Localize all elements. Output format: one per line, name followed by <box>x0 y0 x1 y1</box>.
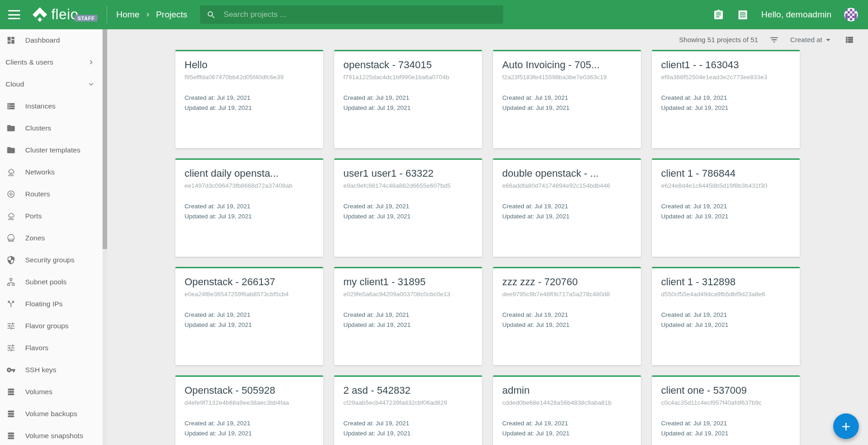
search-icon <box>206 10 216 20</box>
project-card[interactable]: 2 asd - 542832 cf29aab5ecb447239fad32cbf… <box>334 375 482 445</box>
project-updated: Updated at: Jul 19, 2021 <box>184 103 314 113</box>
split-icon <box>6 299 16 309</box>
project-card[interactable]: client daily opensta... ee1497d3c096473f… <box>175 158 323 257</box>
project-card[interactable]: Openstack - 505928 d4efe9f7132e4b68a9ee3… <box>175 375 323 445</box>
project-uuid: f2a23f5183fe415598ba3be7e0363c19 <box>502 74 632 81</box>
sidebar-item-label: Floating IPs <box>25 300 63 308</box>
sort-dropdown[interactable]: Created at <box>790 35 833 45</box>
sidebar-item-label: Volume backups <box>25 410 77 418</box>
chevron-down-icon <box>823 35 833 45</box>
search-bar <box>200 5 503 24</box>
project-title: Openstack - 266137 <box>184 276 314 288</box>
project-created: Created at: Jul 19, 2021 <box>661 310 791 320</box>
project-uuid: e624e8d4e1c64458b5d19f8b3b431f30 <box>661 182 791 189</box>
project-created: Created at: Jul 19, 2021 <box>184 93 314 103</box>
project-uuid: dee9795c9b7e48f0b717a5a278c480d8 <box>502 291 632 298</box>
project-title: openstack - 734015 <box>343 59 473 71</box>
project-card[interactable]: zzz zzz - 720760 dee9795c9b7e48f0b717a5a… <box>493 267 641 365</box>
folder-icon <box>6 146 16 155</box>
sidebar-item-routers[interactable]: Routers <box>0 183 103 205</box>
add-project-button[interactable]: + <box>833 413 859 439</box>
project-created: Created at: Jul 19, 2021 <box>502 93 632 103</box>
project-updated: Updated at: Jul 19, 2021 <box>502 320 632 330</box>
breadcrumb-home[interactable]: Home <box>116 10 140 20</box>
sidebar-item-flavors[interactable]: Flavors <box>0 337 103 359</box>
chevron-right-icon <box>144 11 152 18</box>
header-divider <box>107 6 107 23</box>
project-updated: Updated at: Jul 19, 2021 <box>343 103 473 113</box>
project-created: Created at: Jul 19, 2021 <box>184 310 314 320</box>
project-updated: Updated at: Jul 19, 2021 <box>184 212 314 222</box>
sidebar-item-security-groups[interactable]: Security groups <box>0 249 103 271</box>
project-card[interactable]: double openstack - ... e66addfa80d741748… <box>493 158 641 257</box>
sidebar-item-flavor-groups[interactable]: Flavor groups <box>0 315 103 337</box>
breadcrumb: Home Projects <box>116 10 187 20</box>
database-icon <box>6 409 16 418</box>
network-cloud-icon <box>6 212 16 221</box>
search-input[interactable] <box>222 10 497 20</box>
project-title: Openstack - 505928 <box>184 385 314 396</box>
project-updated: Updated at: Jul 19, 2021 <box>661 429 791 439</box>
project-card[interactable]: client one - 537009 c0c4ac35d11c4ecf957f… <box>652 375 800 445</box>
user-avatar[interactable] <box>844 8 858 22</box>
menu-icon[interactable] <box>8 10 20 19</box>
sidebar-item-volume-backups[interactable]: Volume backups <box>0 403 103 425</box>
sidebar-item-dashboard[interactable]: Dashboard <box>0 29 103 51</box>
project-updated: Updated at: Jul 19, 2021 <box>502 103 632 113</box>
project-created: Created at: Jul 19, 2021 <box>661 201 791 212</box>
staff-badge: STAFF <box>75 15 98 22</box>
scrollbar-thumb[interactable] <box>103 29 107 249</box>
filter-icon[interactable] <box>769 35 779 45</box>
sidebar-item-networks[interactable]: Networks <box>0 161 103 183</box>
view-list-icon[interactable] <box>844 35 854 45</box>
project-created: Created at: Jul 19, 2021 <box>184 418 314 429</box>
project-created: Created at: Jul 19, 2021 <box>343 201 473 212</box>
project-card[interactable]: openstack - 734015 f791a1225dac4dc1bf990… <box>334 50 482 148</box>
project-card[interactable]: client1 - - 163043 ef9a368f52504e1ead3e2… <box>652 50 800 148</box>
sidebar-item-clusters[interactable]: Clusters <box>0 117 103 139</box>
sidebar-item-label: Routers <box>25 190 50 198</box>
project-updated: Updated at: Jul 19, 2021 <box>502 212 632 222</box>
project-title: client 1 - 786844 <box>661 168 791 179</box>
clipboard-icon[interactable] <box>713 9 724 21</box>
app-header: fleio STAFF Home Projects Hello, demoadm… <box>0 0 868 29</box>
database-icon <box>6 387 16 396</box>
project-title: double openstack - ... <box>502 168 632 179</box>
project-uuid: f95efffda067470bb42d05f40dfc6e39 <box>184 74 314 81</box>
receipt-icon[interactable] <box>737 9 749 21</box>
project-card[interactable]: client 1 - 312898 d550cf55e4ad49dca9fb5d… <box>652 267 800 365</box>
project-uuid: d550cf55e4ad49dca9fb5dbf9d23a8e6 <box>661 291 791 298</box>
project-card[interactable]: Openstack - 266137 e0ea24f8e36547259f6ab… <box>175 267 323 365</box>
project-card[interactable]: Hello f95efffda067470bb42d05f40dfc6e39 C… <box>175 50 323 148</box>
sidebar-item-label: Volume snapshots <box>25 432 83 440</box>
project-card[interactable]: user1 user1 - 63322 e9ac9efc98174c48a882… <box>334 158 482 257</box>
project-card[interactable]: my client1 - 31895 e029fe5a6ac94209a0037… <box>334 267 482 365</box>
sidebar-group-clients-users[interactable]: Clients & users <box>0 51 103 73</box>
project-card[interactable]: admin cdded0be68e14428a56b4838c9aba81b C… <box>493 375 641 445</box>
project-card[interactable]: Auto Invoicing - 705... f2a23f5183fe4155… <box>493 50 641 148</box>
project-uuid: c0c4ac35d11c4ecf957f40afdf637b9c <box>661 399 791 406</box>
network-cloud-icon <box>6 168 16 177</box>
project-card[interactable]: client 1 - 786844 e624e8d4e1c64458b5d19f… <box>652 158 800 257</box>
breadcrumb-current: Projects <box>156 10 188 20</box>
folder-icon <box>6 124 16 133</box>
project-title: user1 user1 - 63322 <box>343 168 473 179</box>
project-uuid: e66addfa80d74174894e92c154bdb446 <box>502 182 632 189</box>
sidebar-item-floating-ips[interactable]: Floating IPs <box>0 293 103 315</box>
sidebar-group-cloud[interactable]: Cloud <box>0 73 103 95</box>
app-logo[interactable]: fleio STAFF <box>32 6 98 23</box>
sidebar-item-ssh-keys[interactable]: SSH keys <box>0 359 103 381</box>
project-created: Created at: Jul 19, 2021 <box>502 418 632 429</box>
sidebar-item-ports[interactable]: Ports <box>0 205 103 227</box>
projects-grid: Hello f95efffda067470bb42d05f40dfc6e39 C… <box>175 50 800 445</box>
sidebar-item-cluster-templates[interactable]: Cluster templates <box>0 139 103 161</box>
sidebar-item-zones[interactable]: Zones <box>0 227 103 249</box>
sidebar-item-volumes[interactable]: Volumes <box>0 381 103 403</box>
project-created: Created at: Jul 19, 2021 <box>343 418 473 429</box>
tune-icon <box>6 343 16 353</box>
project-updated: Updated at: Jul 19, 2021 <box>343 429 473 439</box>
project-updated: Updated at: Jul 19, 2021 <box>343 212 473 222</box>
sidebar-item-volume-snapshots[interactable]: Volume snapshots <box>0 425 103 445</box>
sidebar-item-instances[interactable]: Instances <box>0 95 103 117</box>
sidebar-item-subnet-pools[interactable]: Subnet pools <box>0 271 103 293</box>
